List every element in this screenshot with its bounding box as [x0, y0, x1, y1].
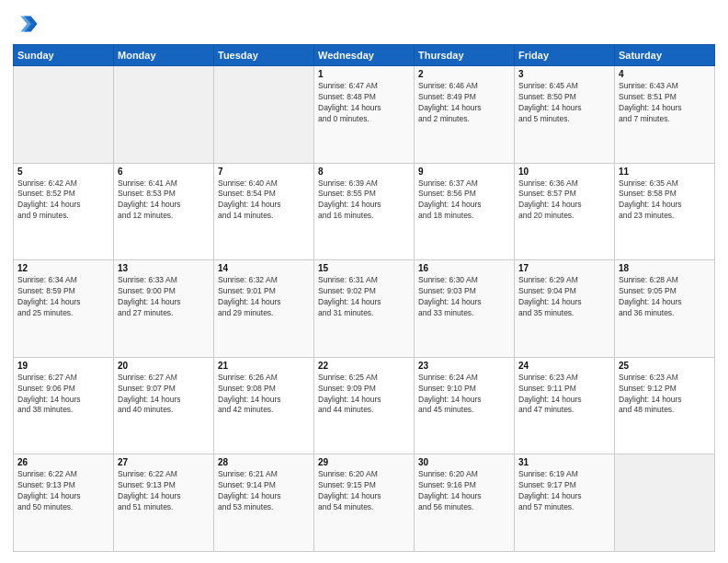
calendar-cell: 22Sunrise: 6:25 AM Sunset: 9:09 PM Dayli… [314, 357, 415, 454]
calendar-cell: 15Sunrise: 6:31 AM Sunset: 9:02 PM Dayli… [314, 260, 415, 358]
calendar-cell: 23Sunrise: 6:24 AM Sunset: 9:10 PM Dayli… [415, 357, 515, 454]
calendar-day-header: Wednesday [314, 45, 415, 66]
calendar-cell: 31Sunrise: 6:19 AM Sunset: 9:17 PM Dayli… [515, 454, 615, 552]
calendar-cell: 18Sunrise: 6:28 AM Sunset: 9:05 PM Dayli… [615, 260, 715, 358]
day-info: Sunrise: 6:25 AM Sunset: 9:09 PM Dayligh… [318, 373, 410, 417]
calendar-cell: 16Sunrise: 6:30 AM Sunset: 9:03 PM Dayli… [415, 260, 515, 358]
calendar-cell: 26Sunrise: 6:22 AM Sunset: 9:13 PM Dayli… [14, 454, 114, 552]
day-info: Sunrise: 6:34 AM Sunset: 8:59 PM Dayligh… [17, 275, 109, 319]
day-number: 27 [118, 457, 210, 467]
day-info: Sunrise: 6:39 AM Sunset: 8:55 PM Dayligh… [318, 178, 410, 223]
calendar-day-header: Saturday [615, 45, 715, 66]
day-info: Sunrise: 6:42 AM Sunset: 8:52 PM Dayligh… [17, 178, 109, 223]
day-number: 28 [218, 457, 310, 467]
day-info: Sunrise: 6:20 AM Sunset: 9:15 PM Dayligh… [318, 469, 410, 513]
day-number: 22 [318, 361, 410, 371]
day-number: 8 [318, 167, 410, 177]
logo-icon [13, 11, 39, 37]
day-info: Sunrise: 6:36 AM Sunset: 8:57 PM Dayligh… [518, 178, 610, 223]
calendar-day-header: Thursday [415, 45, 515, 66]
calendar-cell: 24Sunrise: 6:23 AM Sunset: 9:11 PM Dayli… [515, 357, 615, 454]
day-number: 14 [218, 263, 310, 273]
day-number: 5 [17, 167, 109, 177]
calendar-cell: 25Sunrise: 6:23 AM Sunset: 9:12 PM Dayli… [615, 357, 715, 454]
calendar-cell: 28Sunrise: 6:21 AM Sunset: 9:14 PM Dayli… [214, 454, 314, 552]
day-info: Sunrise: 6:22 AM Sunset: 9:13 PM Dayligh… [17, 469, 109, 513]
calendar-cell: 6Sunrise: 6:41 AM Sunset: 8:53 PM Daylig… [114, 163, 214, 260]
day-number: 19 [17, 361, 109, 371]
calendar-cell: 9Sunrise: 6:37 AM Sunset: 8:56 PM Daylig… [415, 163, 515, 260]
calendar-cell: 20Sunrise: 6:27 AM Sunset: 9:07 PM Dayli… [114, 357, 214, 454]
day-info: Sunrise: 6:28 AM Sunset: 9:05 PM Dayligh… [619, 275, 711, 319]
calendar-cell: 2Sunrise: 6:46 AM Sunset: 8:49 PM Daylig… [415, 66, 515, 164]
day-number: 1 [318, 69, 410, 79]
calendar-cell [615, 454, 715, 552]
day-info: Sunrise: 6:43 AM Sunset: 8:51 PM Dayligh… [619, 81, 711, 125]
day-info: Sunrise: 6:40 AM Sunset: 8:54 PM Dayligh… [218, 178, 310, 223]
day-number: 17 [518, 263, 610, 273]
day-number: 26 [17, 457, 109, 467]
calendar-day-header: Monday [114, 45, 214, 66]
day-number: 16 [418, 263, 510, 273]
calendar-cell: 11Sunrise: 6:35 AM Sunset: 8:58 PM Dayli… [615, 163, 715, 260]
calendar-cell: 27Sunrise: 6:22 AM Sunset: 9:13 PM Dayli… [114, 454, 214, 552]
calendar-cell: 14Sunrise: 6:32 AM Sunset: 9:01 PM Dayli… [214, 260, 314, 358]
day-info: Sunrise: 6:21 AM Sunset: 9:14 PM Dayligh… [218, 469, 310, 513]
day-info: Sunrise: 6:27 AM Sunset: 9:06 PM Dayligh… [17, 373, 109, 417]
calendar-cell: 3Sunrise: 6:45 AM Sunset: 8:50 PM Daylig… [515, 66, 615, 164]
calendar-cell: 29Sunrise: 6:20 AM Sunset: 9:15 PM Dayli… [314, 454, 415, 552]
calendar-cell: 13Sunrise: 6:33 AM Sunset: 9:00 PM Dayli… [114, 260, 214, 358]
day-info: Sunrise: 6:23 AM Sunset: 9:12 PM Dayligh… [619, 373, 711, 417]
day-number: 25 [619, 361, 711, 371]
calendar-cell: 12Sunrise: 6:34 AM Sunset: 8:59 PM Dayli… [14, 260, 114, 358]
calendar-cell: 17Sunrise: 6:29 AM Sunset: 9:04 PM Dayli… [515, 260, 615, 358]
calendar-week-row: 1Sunrise: 6:47 AM Sunset: 8:48 PM Daylig… [14, 66, 715, 164]
day-number: 18 [619, 263, 711, 273]
day-info: Sunrise: 6:31 AM Sunset: 9:02 PM Dayligh… [318, 275, 410, 319]
calendar-week-row: 26Sunrise: 6:22 AM Sunset: 9:13 PM Dayli… [14, 454, 715, 552]
header [13, 11, 715, 37]
calendar-header-row: SundayMondayTuesdayWednesdayThursdayFrid… [14, 45, 715, 66]
calendar-day-header: Tuesday [214, 45, 314, 66]
calendar-table: SundayMondayTuesdayWednesdayThursdayFrid… [13, 44, 715, 552]
day-info: Sunrise: 6:33 AM Sunset: 9:00 PM Dayligh… [118, 275, 210, 319]
day-info: Sunrise: 6:47 AM Sunset: 8:48 PM Dayligh… [318, 81, 410, 125]
day-number: 2 [418, 69, 510, 79]
day-number: 10 [518, 167, 610, 177]
day-number: 3 [518, 69, 610, 79]
calendar-cell: 5Sunrise: 6:42 AM Sunset: 8:52 PM Daylig… [14, 163, 114, 260]
day-info: Sunrise: 6:30 AM Sunset: 9:03 PM Dayligh… [418, 275, 510, 319]
page: SundayMondayTuesdayWednesdayThursdayFrid… [0, 0, 728, 563]
calendar-cell: 21Sunrise: 6:26 AM Sunset: 9:08 PM Dayli… [214, 357, 314, 454]
calendar-cell: 1Sunrise: 6:47 AM Sunset: 8:48 PM Daylig… [314, 66, 415, 164]
day-number: 21 [218, 361, 310, 371]
day-number: 12 [17, 263, 109, 273]
calendar-week-row: 19Sunrise: 6:27 AM Sunset: 9:06 PM Dayli… [14, 357, 715, 454]
day-info: Sunrise: 6:24 AM Sunset: 9:10 PM Dayligh… [418, 373, 510, 417]
calendar-day-header: Friday [515, 45, 615, 66]
day-number: 9 [418, 167, 510, 177]
day-info: Sunrise: 6:20 AM Sunset: 9:16 PM Dayligh… [418, 469, 510, 513]
day-number: 24 [518, 361, 610, 371]
calendar-day-header: Sunday [14, 45, 114, 66]
day-number: 30 [418, 457, 510, 467]
day-info: Sunrise: 6:32 AM Sunset: 9:01 PM Dayligh… [218, 275, 310, 319]
day-number: 4 [619, 69, 711, 79]
logo [13, 11, 42, 37]
calendar-cell [114, 66, 214, 164]
day-info: Sunrise: 6:23 AM Sunset: 9:11 PM Dayligh… [518, 373, 610, 417]
day-info: Sunrise: 6:19 AM Sunset: 9:17 PM Dayligh… [518, 469, 610, 513]
day-number: 15 [318, 263, 410, 273]
calendar-week-row: 12Sunrise: 6:34 AM Sunset: 8:59 PM Dayli… [14, 260, 715, 358]
calendar-cell: 10Sunrise: 6:36 AM Sunset: 8:57 PM Dayli… [515, 163, 615, 260]
day-info: Sunrise: 6:46 AM Sunset: 8:49 PM Dayligh… [418, 81, 510, 125]
calendar-cell: 7Sunrise: 6:40 AM Sunset: 8:54 PM Daylig… [214, 163, 314, 260]
day-info: Sunrise: 6:37 AM Sunset: 8:56 PM Dayligh… [418, 178, 510, 223]
calendar-cell: 8Sunrise: 6:39 AM Sunset: 8:55 PM Daylig… [314, 163, 415, 260]
calendar-cell: 30Sunrise: 6:20 AM Sunset: 9:16 PM Dayli… [415, 454, 515, 552]
calendar-week-row: 5Sunrise: 6:42 AM Sunset: 8:52 PM Daylig… [14, 163, 715, 260]
day-info: Sunrise: 6:27 AM Sunset: 9:07 PM Dayligh… [118, 373, 210, 417]
day-number: 6 [118, 167, 210, 177]
day-number: 31 [518, 457, 610, 467]
day-info: Sunrise: 6:41 AM Sunset: 8:53 PM Dayligh… [118, 178, 210, 223]
